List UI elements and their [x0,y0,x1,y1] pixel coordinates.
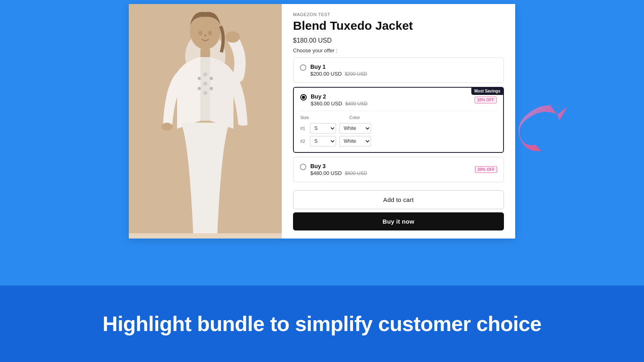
add-to-cart-button[interactable]: Add to cart [293,190,504,209]
svg-point-6 [203,82,207,86]
svg-point-5 [203,72,207,76]
svg-point-14 [198,31,202,35]
offer-pricing-buy2: $360.00 USD $400 USD [311,101,367,107]
offer-price-buy2: $360.00 USD [311,101,342,107]
offer-card-buy2[interactable]: Most Savings Buy 2 $360.00 USD $400 USD … [293,87,504,153]
svg-point-11 [210,87,213,90]
svg-point-13 [225,31,240,43]
svg-rect-3 [200,49,210,58]
brand-name: MAGEZON TEST [293,12,504,17]
svg-point-15 [208,31,212,35]
offer-card-buy3[interactable]: Buy 3 $480.00 USD $600 USD 20% OFF [293,157,504,182]
offer-info-buy3: Buy 3 $480.00 USD $600 USD [310,163,367,176]
item1-color-select[interactable]: WhiteBlackBlueRed [339,123,371,134]
offer-original-buy3: $600 USD [345,171,367,176]
item2-num: #2 [300,139,307,144]
item1-num: #1 [300,126,307,131]
product-details: MAGEZON TEST Blend Tuxedo Jacket $180.00… [282,4,515,239]
color-header: Color [349,115,360,120]
item2-size-select[interactable]: SXSMLXL [310,136,336,146]
product-image-container [129,4,282,239]
offer-name-buy1: Buy 1 [310,64,367,70]
svg-point-8 [198,77,201,80]
arrow-decoration [497,97,570,158]
item1-size-select[interactable]: SXSMLXL [310,123,336,134]
discount-badge-buy2: 10% OFF [475,97,497,103]
item2-row: #2 SXSMLXL WhiteBlackBlueRed [300,136,497,146]
size-color-selectors: Size Color #1 SXSMLXL WhiteBlackBlueRed [300,111,497,146]
svg-point-7 [203,91,207,95]
size-header: Size [300,115,336,120]
offer-pricing-buy1: $200.00 USD $200 USD [310,71,367,77]
offer-pricing-buy3: $480.00 USD $600 USD [310,170,367,176]
radio-buy2[interactable] [300,94,307,101]
tagline-text: Highlight bundle to simplify customer ch… [103,312,541,336]
most-savings-badge: Most Savings [471,87,504,95]
discount-badge-buy3: 20% OFF [475,166,497,173]
svg-point-10 [210,77,213,80]
choose-offer-label: Choose your offer : [293,47,504,53]
item1-row: #1 SXSMLXL WhiteBlackBlueRed [300,123,497,134]
model-svg [129,4,282,233]
svg-point-9 [198,87,201,90]
offer-info-buy1: Buy 1 $200.00 USD $200 USD [310,64,367,77]
offer-name-buy2: Buy 2 [311,93,367,100]
tagline-section: Highlight bundle to simplify customer ch… [0,286,644,362]
offer-original-buy1: $200 USD [345,71,367,77]
page-wrapper: MAGEZON TEST Blend Tuxedo Jacket $180.00… [0,0,644,362]
radio-buy3[interactable] [300,164,306,170]
offer-card-buy1[interactable]: Buy 1 $200.00 USD $200 USD [293,58,504,83]
svg-point-12 [161,123,173,131]
radio-buy1[interactable] [300,64,306,71]
product-price: $180.00 USD [293,37,504,44]
arrow-svg [497,97,570,157]
product-title: Blend Tuxedo Jacket [293,19,504,33]
item2-color-select[interactable]: WhiteBlackBlueRed [339,136,371,146]
offer-name-buy3: Buy 3 [310,163,367,169]
offer-original-buy2: $400 USD [345,101,367,107]
offer-price-buy1: $200.00 USD [310,71,342,77]
offer-price-buy3: $480.00 USD [310,170,342,176]
product-image [129,4,282,233]
buy-now-button[interactable]: Buy it now [293,212,504,230]
svg-rect-4 [200,57,210,121]
product-card: MAGEZON TEST Blend Tuxedo Jacket $180.00… [129,4,515,239]
offer-info-buy2: Buy 2 $360.00 USD $400 USD [311,93,367,107]
